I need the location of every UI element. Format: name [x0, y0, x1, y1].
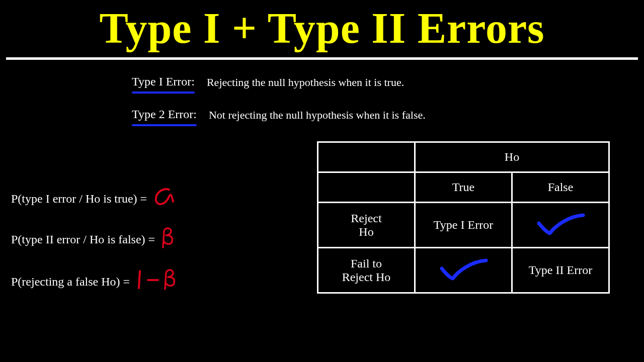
- def1-underline: [132, 92, 195, 94]
- cell-type2-error: Type II Error: [512, 248, 609, 293]
- cell-ho-header: Ho: [415, 142, 609, 172]
- cell-reject-false-check: [512, 203, 609, 248]
- definition-type2: Type 2 Error: Not rejecting the null hyp…: [132, 108, 644, 126]
- check-icon: [436, 256, 491, 282]
- cell-false-header: False: [512, 172, 609, 203]
- definition-type1: Type I Error: Rejecting the null hypothe…: [132, 75, 644, 94]
- lower-section: P(type I error / Ho is true) = P(type II…: [0, 141, 644, 311]
- formula-power: P(rejecting a false Ho) =: [11, 268, 313, 296]
- def2-underline: [132, 124, 197, 126]
- error-matrix: Ho True False Reject Ho Type I Error Fai…: [317, 141, 610, 294]
- def1-label-wrap: Type I Error:: [132, 75, 195, 94]
- title-underline: [6, 57, 638, 60]
- cell-blank-side: [318, 172, 415, 203]
- cell-fail-label: Fail to Reject Ho: [318, 248, 415, 293]
- cell-fail-true-check: [415, 248, 512, 293]
- formula-power-text: P(rejecting a false Ho) =: [11, 275, 130, 289]
- formula-beta: P(type II error / Ho is false) =: [11, 226, 313, 253]
- definitions-block: Type I Error: Rejecting the null hypothe…: [132, 75, 644, 126]
- def2-label: Type 2 Error:: [132, 108, 197, 121]
- page-title: Type I + Type II Errors: [0, 0, 644, 53]
- cell-blank-top: [318, 142, 415, 172]
- def1-label: Type I Error:: [132, 75, 195, 88]
- one-minus-beta-symbol: [135, 268, 180, 296]
- alpha-symbol: [152, 187, 175, 211]
- formulas-block: P(type I error / Ho is true) = P(type II…: [0, 141, 313, 311]
- cell-reject-label: Reject Ho: [318, 203, 415, 248]
- check-icon: [533, 211, 588, 236]
- formula-beta-text: P(type II error / Ho is false) =: [11, 233, 155, 246]
- cell-type1-error: Type I Error: [415, 203, 512, 248]
- cell-true-header: True: [415, 172, 512, 203]
- def2-text: Not rejecting the null hypothesis when i…: [209, 108, 426, 122]
- def2-label-wrap: Type 2 Error:: [132, 108, 197, 126]
- formula-alpha: P(type I error / Ho is true) =: [11, 187, 313, 211]
- beta-symbol: [160, 226, 175, 253]
- error-matrix-wrap: Ho True False Reject Ho Type I Error Fai…: [317, 141, 610, 311]
- formula-alpha-text: P(type I error / Ho is true) =: [11, 192, 147, 206]
- def1-text: Rejecting the null hypothesis when it is…: [207, 75, 404, 89]
